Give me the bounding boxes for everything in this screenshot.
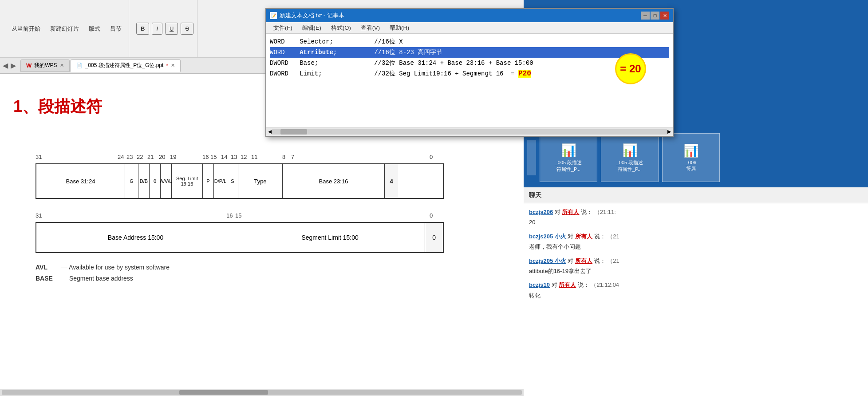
chat-action-3: 对 — [568, 257, 575, 264]
forward-btn[interactable]: ▶ — [11, 61, 16, 70]
legend: AVL — Available for use by system softwa… — [36, 262, 479, 284]
back-btn[interactable]: ◀ — [3, 61, 8, 70]
line2-comment: //16位 8-23 高四字节 — [374, 48, 442, 56]
bit-21: 21 — [147, 154, 154, 160]
chat-says-2: 说： — [594, 233, 606, 240]
chat-user-2[interactable]: bczjs205 小火 — [529, 233, 566, 240]
notepad-window: 📝 新建文本文档.txt - 记事本 ─ □ ✕ 文件(F) 编辑(E) 格式(… — [265, 8, 674, 137]
menu-view[interactable]: 查看(V) — [356, 23, 384, 33]
scrollbar-thumb[interactable] — [179, 390, 268, 395]
slide-heading: 1、段描述符 — [13, 96, 102, 118]
tab-wps-close[interactable]: ✕ — [60, 63, 64, 68]
chat-action-2: 对 — [568, 233, 575, 240]
legend-line-avl: AVL — Available for use by system softwa… — [36, 262, 479, 273]
thumb-icon-1: 📊 — [561, 143, 576, 158]
scrollbar-track — [272, 129, 667, 135]
bit-labels-row2: 31 16 15 0 — [36, 212, 444, 221]
g-cell: G — [125, 164, 138, 198]
notepad-titlebar: 📝 新建文本文档.txt - 记事本 ─ □ ✕ — [266, 9, 673, 22]
chat-messages: bczjs206 对 所有人 说： （21:11: 20 bczjs205 小火… — [524, 203, 868, 308]
notepad-title: 新建文本文档.txt - 记事本 — [280, 12, 638, 20]
base2316-cell: Base 23:16 — [283, 164, 385, 198]
scroll-right-btn[interactable]: ▶ — [667, 129, 671, 135]
chat-action-4: 对 — [552, 281, 559, 288]
thumb-label-3: _006符属 — [686, 160, 696, 172]
chat-msg-4: bczjs10 对 所有人 说： （21:12:04 转化 — [529, 280, 863, 301]
taskbar-thumb-2[interactable]: 📊 _005 段描述符属性_P... — [601, 133, 659, 182]
zero-cell: 0 — [150, 164, 161, 198]
tab-ppt[interactable]: 📄 _005 段描述符属性_P位_G位.ppt * ✕ — [71, 59, 181, 72]
db-cell: D/B — [138, 164, 150, 198]
paragraph-btn[interactable]: 吕节 — [107, 23, 125, 35]
menu-format[interactable]: 格式(O) — [327, 23, 355, 33]
chat-says-1: 说： — [581, 209, 592, 215]
chat-target-1[interactable]: 所有人 — [562, 209, 579, 215]
s-cell: S — [227, 164, 238, 198]
line4-text: DWORD Limit; //32位 Seg Limit19:16 + Segm… — [270, 70, 518, 78]
notepad-line-2: WORD Atrribute; //16位 8-23 高四字节 — [270, 47, 669, 58]
new-slide-btn[interactable]: 新建幻灯片 — [47, 23, 83, 35]
bit-7: 7 — [291, 154, 294, 160]
chat-msg-3: bczjs205 小火 对 所有人 说： （21 attibute的16-19拿… — [529, 256, 863, 277]
tab-wps[interactable]: W 我的WPS ✕ — [20, 59, 70, 72]
tab-ppt-label: _005 段描述符属性_P位_G位.ppt — [85, 62, 164, 69]
thumb-icon-3: 📊 — [683, 143, 699, 158]
avl-cell: A/V/L — [161, 164, 172, 198]
taskbar-thumb-3[interactable]: 📊 _006符属 — [662, 133, 720, 182]
chat-says-3: 说： — [594, 257, 606, 264]
chat-header: 聊天 — [524, 187, 868, 203]
line2-keyword: WORD — [270, 49, 300, 56]
bit-16: 16 — [202, 154, 209, 160]
from-start-btn[interactable]: 从当前开始 — [8, 23, 44, 35]
line4-highlight: P20 — [518, 70, 531, 78]
strike-btn[interactable]: S — [181, 23, 193, 35]
chat-user-1[interactable]: bczjs206 — [529, 209, 553, 215]
chat-title: 聊天 — [529, 191, 541, 199]
chat-text-2: 老师，我有个小问题 — [529, 242, 863, 252]
format-btn[interactable]: 版式 — [85, 23, 104, 35]
legend-line-base: BASE — Segment base address — [36, 273, 479, 284]
notepad-line-4: DWORD Limit; //32位 Seg Limit19:16 + Segm… — [270, 68, 669, 79]
underline-btn[interactable]: U — [165, 23, 178, 35]
chat-panel: 聊天 bczjs206 对 所有人 说： （21:11: 20 bczjs205… — [524, 186, 868, 396]
wps-icon: W — [26, 62, 32, 69]
p-cell: P — [203, 164, 214, 198]
chat-target-4[interactable]: 所有人 — [559, 281, 576, 288]
thumb-label-2: _005 段描述符属性_P... — [616, 159, 643, 173]
menu-edit[interactable]: 编辑(E) — [298, 23, 326, 33]
diagram-area: 31 24 23 22 21 20 19 16 15 14 13 12 11 8… — [36, 154, 479, 284]
tab-ppt-close[interactable]: ✕ — [171, 63, 175, 68]
notepad-content: WORD Selector; //16位 X WORD Atrribute; /… — [266, 34, 673, 127]
chat-target-3[interactable]: 所有人 — [575, 257, 592, 264]
taskbar-thumb-1[interactable]: 📊 _005 段描述符属性_P... — [540, 133, 597, 182]
bit-0: 0 — [430, 154, 433, 160]
chat-target-2[interactable]: 所有人 — [575, 233, 592, 240]
menu-file[interactable]: 文件(F) — [269, 23, 297, 33]
scroll-left-btn[interactable]: ◀ — [268, 129, 272, 135]
close-btn[interactable]: ✕ — [660, 12, 669, 20]
ppt-icon: 📄 — [76, 63, 83, 68]
chat-msg-1: bczjs206 对 所有人 说： （21:11: 20 — [529, 207, 863, 228]
notepad-scrollbar[interactable]: ◀ ▶ — [266, 127, 673, 136]
chat-time-4: （21:12:04 — [591, 281, 619, 288]
chat-text-3: attibute的16-19拿出去了 — [529, 266, 863, 276]
h-scrollbar[interactable] — [0, 389, 524, 396]
bold-btn[interactable]: B — [136, 23, 149, 35]
scrollbar-thumb[interactable] — [280, 129, 307, 135]
italic-btn[interactable]: I — [152, 23, 162, 35]
bit-23: 23 — [126, 154, 133, 160]
notepad-icon: 📝 — [270, 12, 277, 19]
minimize-btn[interactable]: ─ — [641, 12, 650, 20]
scroll-indicator-right[interactable] — [527, 140, 536, 175]
chat-time-2: （21 — [607, 233, 619, 240]
taskbar-windows: 📊 _005 段描述符属性_P... 📊 _005 段描述符属性_P... 📊 … — [524, 129, 868, 186]
base-addr-cell: Base Address 15:00 — [36, 223, 235, 252]
chat-user-3[interactable]: bczjs205 小火 — [529, 257, 566, 264]
bit-14: 14 — [221, 154, 227, 160]
chat-user-4[interactable]: bczjs10 — [529, 281, 550, 288]
menu-help[interactable]: 帮助(H) — [385, 23, 414, 33]
maximize-btn[interactable]: □ — [651, 12, 659, 20]
legend-val-base: — Segment base address — [61, 273, 133, 284]
bit-13: 13 — [231, 154, 237, 160]
legend-key-avl: AVL — [36, 262, 58, 273]
